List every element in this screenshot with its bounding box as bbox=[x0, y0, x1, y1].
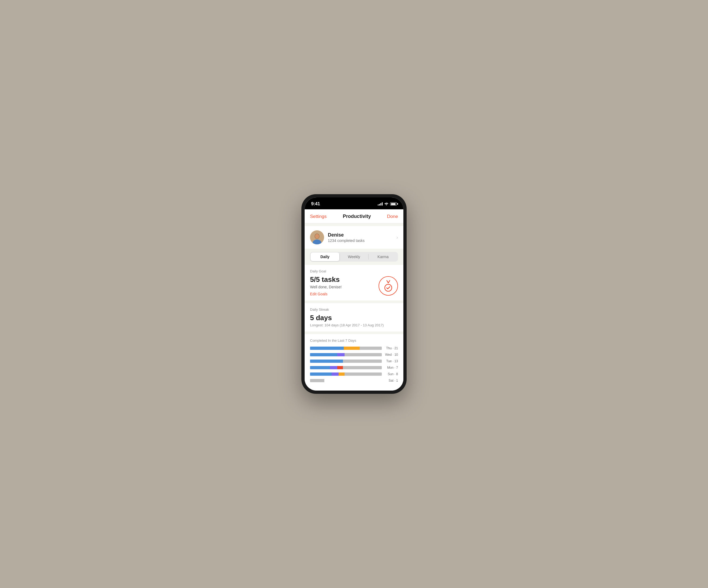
battery-icon bbox=[390, 202, 397, 206]
chart-day-wed: Wed · 10 bbox=[384, 353, 398, 357]
chart-row-sat: Sat · 1 bbox=[310, 379, 398, 382]
status-bar: 9:41 bbox=[305, 197, 403, 209]
goal-row: 5/5 tasks Well done, Denise! Edit Goals bbox=[310, 275, 398, 296]
signal-icon bbox=[378, 202, 383, 206]
svg-point-3 bbox=[315, 234, 319, 239]
chart-row-wed: Wed · 10 bbox=[310, 353, 398, 357]
profile-section[interactable]: Denise 1234 completed tasks › bbox=[305, 226, 403, 249]
goal-congrats: Well done, Denise! bbox=[310, 285, 342, 289]
streak-longest: Longest: 104 days (18 Apr 2017 - 13 Aug … bbox=[310, 323, 398, 327]
streak-label: Daily Streak bbox=[310, 308, 398, 312]
tab-daily[interactable]: Daily bbox=[311, 252, 340, 261]
chart-row-sun: Sun · 8 bbox=[310, 372, 398, 376]
chart-section: Completed In the Last 7 Days Thu · 21 bbox=[305, 334, 403, 391]
chart-row-mon: Mon · 7 bbox=[310, 366, 398, 370]
profile-tasks: 1234 completed tasks bbox=[328, 239, 364, 243]
chart-row-thu: Thu · 21 bbox=[310, 346, 398, 350]
chart-day-sat: Sat · 1 bbox=[384, 379, 398, 382]
daily-streak-section: Daily Streak 5 days Longest: 104 days (1… bbox=[305, 303, 403, 332]
edit-goals-button[interactable]: Edit Goals bbox=[310, 292, 342, 296]
goal-info: 5/5 tasks Well done, Denise! Edit Goals bbox=[310, 275, 342, 296]
status-time: 9:41 bbox=[311, 201, 320, 207]
chart-bar-sun bbox=[310, 372, 382, 376]
profile-left: Denise 1234 completed tasks bbox=[310, 230, 364, 244]
page-title: Productivity bbox=[343, 214, 371, 219]
done-button[interactable]: Done bbox=[387, 214, 398, 219]
phone-screen: 9:41 bbox=[305, 197, 403, 391]
medal-icon bbox=[379, 276, 398, 296]
tab-weekly[interactable]: Weekly bbox=[340, 252, 368, 261]
chart-row-tue: Tue · 13 bbox=[310, 359, 398, 363]
chart-bar-mon bbox=[310, 366, 382, 369]
streak-days: 5 days bbox=[310, 314, 398, 322]
tab-karma[interactable]: Karma bbox=[368, 252, 397, 261]
chart-day-thu: Thu · 21 bbox=[384, 346, 398, 350]
chart-bar-sat bbox=[310, 379, 382, 382]
chart-bar-wed bbox=[310, 353, 382, 356]
daily-goal-label: Daily Goal bbox=[310, 269, 398, 273]
avatar bbox=[310, 230, 324, 244]
app-content: Settings Productivity Done bbox=[305, 209, 403, 391]
chart-day-tue: Tue · 13 bbox=[384, 359, 398, 363]
profile-info: Denise 1234 completed tasks bbox=[328, 232, 364, 243]
daily-goal-section: Daily Goal 5/5 tasks Well done, Denise! … bbox=[305, 265, 403, 301]
profile-name: Denise bbox=[328, 232, 364, 238]
phone-frame: 9:41 bbox=[301, 194, 407, 394]
nav-bar: Settings Productivity Done bbox=[305, 209, 403, 223]
chart-day-mon: Mon · 7 bbox=[384, 366, 398, 370]
status-icons bbox=[378, 202, 397, 206]
goal-tasks: 5/5 tasks bbox=[310, 275, 342, 284]
segment-control: Daily Weekly Karma bbox=[310, 252, 398, 261]
chart-day-sun: Sun · 8 bbox=[384, 372, 398, 376]
chevron-right-icon: › bbox=[396, 235, 398, 240]
chart-bar-tue bbox=[310, 360, 382, 363]
svg-point-4 bbox=[385, 284, 392, 291]
settings-button[interactable]: Settings bbox=[310, 214, 326, 219]
wifi-icon bbox=[384, 202, 388, 206]
chart-bar-thu bbox=[310, 347, 382, 350]
chart-label: Completed In the Last 7 Days bbox=[310, 339, 398, 343]
